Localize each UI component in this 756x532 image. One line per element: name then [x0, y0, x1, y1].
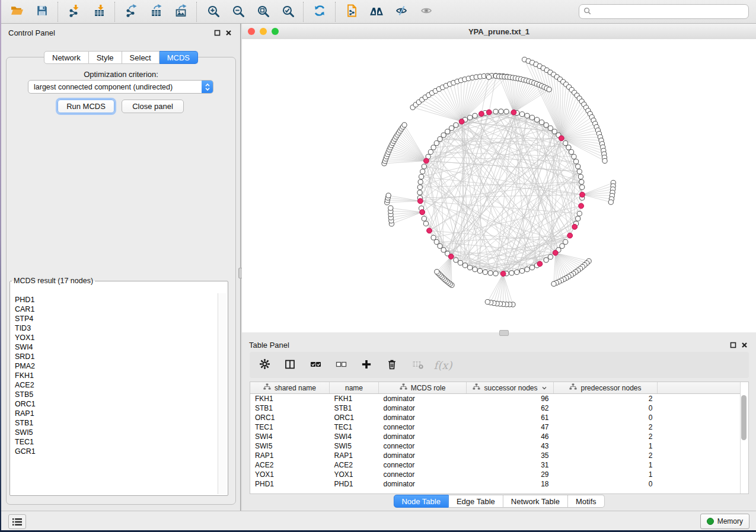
network-node[interactable]	[578, 174, 583, 179]
table-row[interactable]: PHD1PHD1dominator180	[250, 479, 748, 489]
network-from-selection-button[interactable]	[339, 1, 364, 23]
column-header-predecessor-nodes[interactable]: predecessor nodes	[554, 382, 658, 394]
network-node[interactable]	[509, 271, 514, 275]
satellite-node[interactable]	[602, 158, 607, 163]
table-cell[interactable]: 2	[554, 422, 658, 432]
search-input[interactable]	[594, 7, 744, 17]
close-table-panel-icon[interactable]	[741, 342, 748, 348]
table-row[interactable]: TEC1TEC1connector472	[250, 422, 748, 432]
network-node[interactable]	[544, 258, 548, 262]
table-cell[interactable]: 2	[554, 451, 658, 460]
mcds-result-item[interactable]: YOX1	[15, 333, 217, 342]
table-cell[interactable]: YOX1	[250, 470, 330, 479]
network-node[interactable]	[515, 270, 519, 274]
network-node[interactable]	[434, 141, 439, 146]
network-node[interactable]	[529, 265, 534, 270]
table-scrollbar-thumb[interactable]	[741, 395, 747, 440]
network-node[interactable]	[418, 180, 423, 184]
network-node[interactable]	[504, 109, 509, 114]
table-cell[interactable]: TEC1	[330, 422, 379, 432]
add-column-button[interactable]	[359, 357, 374, 373]
table-cell[interactable]: 0	[554, 479, 658, 489]
minimize-window-icon[interactable]	[260, 28, 267, 35]
network-node[interactable]	[519, 112, 524, 117]
table-scrollbar[interactable]	[740, 382, 748, 493]
mcds-result-item[interactable]: STB5	[15, 390, 217, 399]
network-node[interactable]	[468, 115, 473, 120]
optimization-criterion-select[interactable]: largest connected component (undirected)	[28, 80, 213, 94]
dominator-node[interactable]	[448, 254, 454, 259]
table-cell[interactable]: 2	[554, 432, 658, 441]
table-cell[interactable]: ORC1	[250, 413, 330, 422]
tab-style[interactable]: Style	[89, 51, 122, 64]
table-cell[interactable]: connector	[379, 460, 467, 470]
network-node[interactable]	[428, 149, 433, 154]
network-node[interactable]	[438, 137, 442, 142]
table-cell[interactable]: ORC1	[330, 413, 379, 422]
mcds-result-item[interactable]: SWI5	[15, 428, 217, 437]
network-node[interactable]	[560, 243, 564, 248]
table-cell[interactable]: SWI5	[330, 441, 379, 451]
network-node[interactable]	[449, 126, 454, 130]
table-cell[interactable]: ACE2	[250, 460, 330, 470]
memory-button[interactable]: Memory	[700, 514, 749, 529]
network-node[interactable]	[493, 271, 498, 276]
network-node[interactable]	[580, 185, 585, 190]
network-node[interactable]	[499, 109, 503, 114]
satellite-node[interactable]	[551, 281, 556, 286]
table-cell[interactable]: connector	[379, 422, 467, 432]
zoom-selected-button[interactable]	[275, 1, 300, 23]
table-row[interactable]: FKH1FKH1dominator962	[250, 394, 748, 404]
table-cell[interactable]: RAP1	[330, 451, 379, 460]
mcds-result-item[interactable]: PMA2	[15, 361, 217, 371]
task-history-button[interactable]	[8, 514, 26, 529]
satellite-node[interactable]	[402, 123, 407, 127]
network-node[interactable]	[483, 270, 487, 274]
dominator-node[interactable]	[420, 210, 425, 215]
dominator-node[interactable]	[559, 136, 564, 141]
dominator-node[interactable]	[579, 203, 584, 209]
table-cell[interactable]: connector	[379, 470, 467, 479]
table-cell[interactable]: dominator	[379, 479, 467, 489]
satellite-node[interactable]	[485, 300, 490, 305]
table-cell[interactable]: 61	[467, 413, 554, 422]
column-header-name[interactable]: name	[330, 382, 379, 394]
open-file-button[interactable]	[5, 1, 30, 23]
tab-edge-table[interactable]: Edge Table	[449, 495, 503, 508]
tab-select[interactable]: Select	[122, 51, 160, 64]
network-node[interactable]	[552, 129, 557, 134]
table-cell[interactable]: dominator	[379, 432, 467, 441]
network-node[interactable]	[473, 113, 477, 118]
network-canvas[interactable]	[242, 39, 756, 332]
satellite-node[interactable]	[608, 200, 613, 204]
import-table-button[interactable]	[87, 1, 111, 23]
network-node[interactable]	[417, 185, 422, 190]
table-row[interactable]: ORC1ORC1dominator610	[250, 413, 748, 422]
network-node[interactable]	[445, 129, 450, 134]
tab-motifs[interactable]: Motifs	[568, 495, 605, 508]
network-node[interactable]	[417, 190, 422, 195]
network-node[interactable]	[473, 267, 477, 272]
mcds-result-item[interactable]: RAP1	[15, 409, 217, 418]
network-node[interactable]	[576, 164, 580, 169]
float-table-panel-icon[interactable]	[730, 342, 736, 348]
mcds-result-scrollbar[interactable]	[218, 293, 227, 494]
table-cell[interactable]: 1	[554, 460, 658, 470]
mcds-result-item[interactable]: SRD1	[15, 352, 217, 361]
mcds-result-item[interactable]: ACE2	[15, 380, 217, 390]
tab-network-table[interactable]: Network Table	[503, 495, 568, 508]
table-cell[interactable]: dominator	[379, 451, 467, 460]
zoom-in-button[interactable]	[200, 1, 225, 23]
table-cell[interactable]: YOX1	[330, 470, 379, 479]
network-node[interactable]	[574, 159, 579, 164]
mcds-result-item[interactable]: TID3	[15, 323, 217, 333]
table-cell[interactable]: ACE2	[330, 460, 379, 470]
mcds-result-item[interactable]: PHD1	[15, 295, 217, 305]
satellite-node[interactable]	[547, 87, 551, 92]
close-panel-button[interactable]: Close panel	[122, 100, 184, 113]
network-node[interactable]	[569, 149, 574, 154]
delete-column-button[interactable]	[384, 357, 400, 373]
table-cell[interactable]: 46	[467, 432, 554, 441]
close-window-icon[interactable]	[248, 28, 255, 35]
table-cell[interactable]: PHD1	[250, 479, 330, 489]
